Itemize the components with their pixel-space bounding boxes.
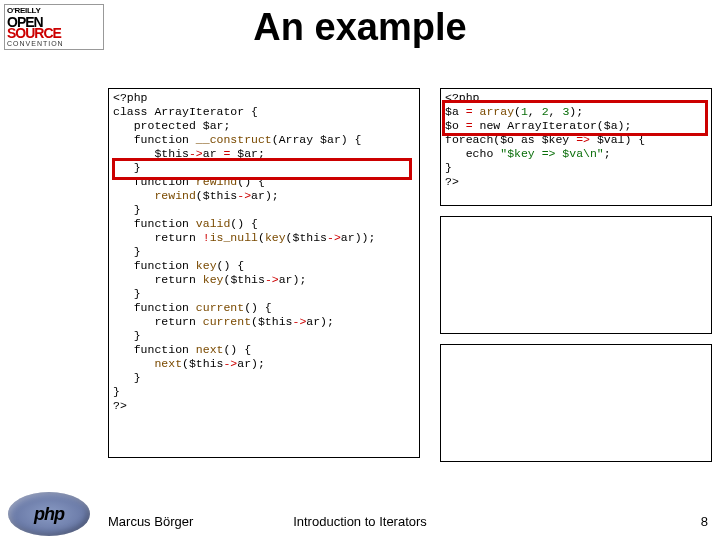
code-block-left: <?php class ArrayIterator { protected $a… xyxy=(108,88,420,458)
empty-box-1 xyxy=(440,216,712,334)
footer-title: Introduction to Iterators xyxy=(0,514,720,529)
footer: Marcus Börger Introduction to Iterators … xyxy=(0,514,720,534)
empty-box-2 xyxy=(440,344,712,462)
footer-page: 8 xyxy=(701,514,708,529)
slide-title: An example xyxy=(0,6,720,49)
code-block-right: <?php $a = array(1, 2, 3); $o = new Arra… xyxy=(440,88,712,206)
